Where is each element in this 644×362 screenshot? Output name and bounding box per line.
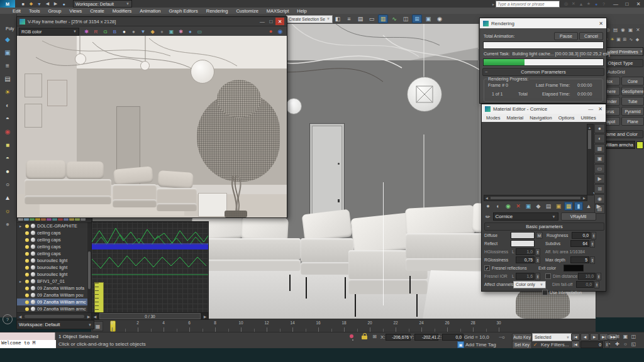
set-keys-icon[interactable]: ✓ — [532, 341, 538, 348]
sample-vscrollbar[interactable]: ▲ ▼ — [587, 124, 594, 195]
target-icon[interactable]: ◉ — [1, 126, 14, 137]
lights-icon[interactable]: ☀ — [609, 36, 615, 43]
project-folder-icon[interactable]: ● — [60, 1, 68, 8]
hglossiness-field[interactable]: 1,0 — [516, 248, 535, 255]
object-button-geosphere[interactable]: GeoSphere — [621, 87, 644, 96]
sun-icon[interactable]: ☼ — [1, 206, 14, 216]
isolate-pin-icon[interactable] — [350, 334, 353, 338]
scroll-left-icon[interactable]: ◀ — [92, 313, 98, 319]
pick-material-icon[interactable]: ✎ — [484, 212, 492, 220]
go-forward-icon[interactable]: ▶ — [594, 202, 603, 211]
fresnel-ior-field[interactable]: 1,6 — [516, 273, 535, 280]
grayscale-icon[interactable]: ● — [129, 28, 138, 36]
load-image-icon[interactable]: ◆ — [148, 28, 157, 36]
orbit-icon[interactable]: ○ — [621, 341, 630, 347]
object-button-pyramid[interactable]: Pyramid — [621, 107, 644, 116]
search-input[interactable] — [496, 1, 560, 8]
tools-icon[interactable]: ✕ — [570, 1, 577, 7]
swatch-icon[interactable]: ▣ — [524, 202, 533, 211]
menu-animation[interactable]: Animation — [140, 8, 160, 14]
wire-sphere-icon[interactable]: ○ — [1, 179, 14, 190]
common-parameters-rollout[interactable]: −Common Parameters — [482, 68, 604, 76]
motion-tab-icon[interactable]: ◉ — [619, 26, 626, 33]
maxscript-mini-listener-white[interactable]: Welcome to M — [0, 340, 56, 348]
pause-button[interactable]: Pause — [554, 32, 578, 40]
mirror-icon[interactable]: ◧ — [333, 14, 343, 23]
scene-explorer-item[interactable]: ceiling caps — [17, 250, 87, 257]
scene-explorer-item[interactable]: bouroullec light — [17, 257, 87, 264]
minimize-button[interactable]: — — [258, 19, 267, 25]
subdivs-field[interactable]: 64 — [570, 240, 589, 247]
scene-explorer-hscrollbar[interactable]: ◀ ▶ — [17, 312, 92, 319]
vfb-titlebar[interactable]: V-Ray frame buffer - [25% of 3154 x 2128… — [17, 17, 287, 26]
systems-icon[interactable]: ◆ — [635, 36, 640, 43]
dim-distance-field[interactable]: 10,0 — [578, 273, 596, 280]
vray-teapot-icon[interactable]: ◆ — [1, 34, 14, 45]
cancel-button[interactable]: Cancel — [579, 32, 603, 40]
absolute-offset-toggle-icon[interactable]: ⊞ — [371, 333, 378, 340]
curve-editor-icon[interactable]: ∿ — [389, 14, 399, 23]
put-to-library-icon[interactable]: ▤ — [544, 202, 553, 211]
menu-views[interactable]: Views — [69, 8, 82, 14]
sample-hscrollbar[interactable]: ◀ ▶ — [484, 195, 587, 201]
go-start-icon[interactable]: |◀ — [571, 333, 580, 341]
rglossiness-spinner[interactable]: ▲▼ — [535, 256, 540, 264]
rendering-dialog-titlebar[interactable]: Rendering ✕ — [480, 18, 606, 28]
green-channel-button[interactable]: G — [101, 28, 110, 36]
rendered-frame-icon[interactable]: ▣ — [423, 14, 433, 23]
dim-falloff-spinner[interactable]: ▲▼ — [594, 281, 599, 288]
reflect-color-swatch[interactable] — [511, 240, 535, 247]
minimize-icon[interactable]: — — [588, 106, 593, 112]
make-unique-icon[interactable]: ◆ — [534, 202, 543, 211]
dome-icon[interactable]: ◓ — [1, 153, 14, 163]
help-icon[interactable]: ? — [600, 1, 608, 7]
zoom-extents-icon[interactable]: ▣ — [621, 333, 630, 339]
workspace-dropdown-bottom[interactable]: Workspace: Default▼ — [16, 320, 94, 329]
scene-explorer-item[interactable]: bouroullec light — [17, 271, 87, 278]
material-type-button[interactable]: VRayMtl — [561, 212, 596, 221]
ribbon-icon[interactable]: ▭ — [367, 14, 377, 23]
menu-customize[interactable]: Customize — [236, 8, 258, 14]
close-button[interactable]: ✕ — [275, 18, 284, 25]
get-material-icon[interactable]: ● — [484, 202, 492, 211]
assign-material-icon[interactable]: ◉ — [504, 202, 513, 211]
open-file-icon[interactable]: ◆ — [27, 1, 35, 8]
dim-distance-spinner[interactable]: ▲▼ — [596, 273, 601, 280]
bulb-icon[interactable]: ☀ — [1, 87, 14, 97]
menu-graph-editors[interactable]: Graph Editors — [169, 8, 198, 14]
show-end-result-icon[interactable]: ▮ — [574, 202, 583, 211]
scene-explorer-list[interactable]: ▸DOLCE-GRAPHITEceiling capsceiling capsc… — [17, 222, 87, 312]
scene-explorer-item[interactable]: 09 Zanotta William armc — [17, 305, 87, 312]
rglossiness-field[interactable]: 0,75 — [516, 256, 535, 263]
me-menu-material[interactable]: Material — [507, 115, 524, 121]
cameras-icon[interactable]: ▣ — [616, 36, 621, 43]
red-channel-button[interactable]: R — [91, 28, 101, 36]
sample-tiling-icon[interactable]: ▣ — [594, 154, 605, 163]
scene-explorer-item[interactable]: 09 Zanotta William pou — [17, 292, 87, 299]
render-setup-icon[interactable]: ⊞ — [412, 14, 422, 23]
minimize-button[interactable]: — — [610, 1, 621, 8]
redo-icon[interactable]: ▶ — [52, 1, 60, 8]
maximize-toggle-icon[interactable]: ◱ — [630, 341, 638, 347]
workspace-dropdown[interactable]: Workspace: Default▼ — [73, 0, 132, 8]
frame-buffer-icon[interactable]: ▣ — [1, 47, 14, 58]
scene-explorer-item[interactable]: ceiling caps — [17, 236, 87, 243]
render-production-icon[interactable]: ◉ — [435, 14, 445, 23]
search-icon[interactable]: ◎ — [562, 1, 570, 7]
color-corrections-icon[interactable]: ✱ — [82, 28, 91, 36]
y-coordinate-field[interactable]: -202,41 — [414, 334, 438, 341]
diffuse-map-button[interactable]: M — [536, 232, 543, 239]
scene-explorer-item[interactable]: ceiling caps — [17, 243, 87, 250]
close-icon[interactable]: ✕ — [598, 106, 602, 112]
background-icon[interactable]: ▦ — [594, 144, 605, 153]
affect-channels-dropdown[interactable]: Color only▼ — [513, 281, 546, 288]
align-icon[interactable]: ≡ — [344, 14, 354, 23]
selection-set-dropdown[interactable]: Create Selection Se▼ — [286, 15, 333, 23]
track-time-scrollbar[interactable]: ◀ 0 / 30 ▶ — [92, 312, 208, 319]
scene-explorer-item[interactable]: ▸BFIV1_07_01 — [17, 278, 87, 285]
spacewarps-icon[interactable]: ∿ — [628, 36, 634, 43]
rendering-dialog[interactable]: Rendering ✕ Total Animation: Pause Cance… — [479, 18, 607, 104]
material-name-dropdown[interactable]: Cornice▼ — [493, 212, 558, 221]
fresnel-ior-lock[interactable]: L — [511, 274, 516, 278]
blue-channel-button[interactable]: B — [110, 28, 119, 36]
